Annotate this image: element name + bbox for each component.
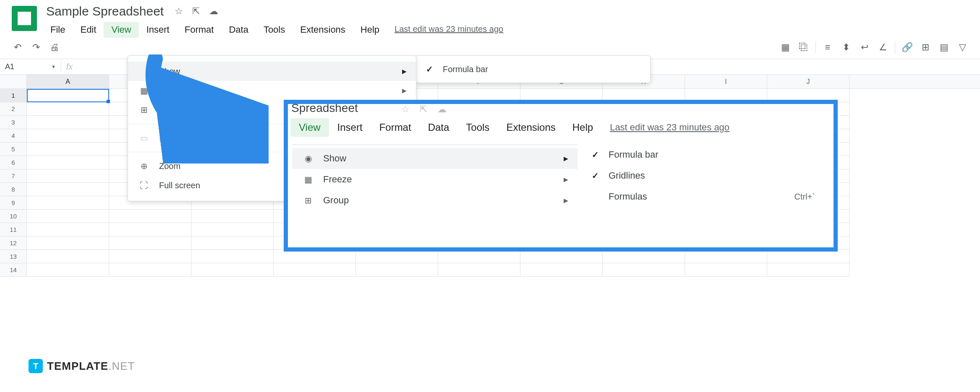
menu-file[interactable]: File: [43, 22, 73, 38]
rotate-icon[interactable]: ∠: [874, 39, 892, 56]
menu-help[interactable]: Help: [353, 22, 387, 38]
cell-B10[interactable]: [109, 210, 191, 223]
menu-format[interactable]: Format: [177, 22, 222, 38]
cell-A4[interactable]: [27, 129, 109, 143]
move-icon[interactable]: ⇱: [192, 6, 200, 17]
row-header-2[interactable]: 2: [0, 102, 27, 116]
callout-show-formulas[interactable]: Formulas Ctrl+`: [582, 186, 825, 207]
cell-A11[interactable]: [27, 223, 109, 236]
cell-D14[interactable]: [274, 263, 356, 277]
cell-H14[interactable]: [603, 263, 685, 277]
star-icon[interactable]: ☆: [175, 6, 183, 17]
chevron-down-icon[interactable]: ▼: [51, 64, 56, 69]
callout-show-gridlines[interactable]: ✓ Gridlines: [582, 165, 825, 186]
name-box[interactable]: A1 ▼: [0, 62, 61, 71]
callout-menu-help[interactable]: Help: [564, 118, 601, 137]
row-header-8[interactable]: 8: [0, 183, 27, 196]
col-header-A[interactable]: A: [27, 75, 109, 88]
row-header-10[interactable]: 10: [0, 210, 27, 223]
callout-last-edit[interactable]: Last edit was 23 minutes ago: [601, 119, 738, 136]
redo-icon[interactable]: ↷: [27, 39, 45, 56]
row-header-3[interactable]: 3: [0, 116, 27, 129]
link-icon[interactable]: 🔗: [898, 39, 916, 56]
show-formula-bar-item[interactable]: ✓ Formula bar: [416, 60, 650, 78]
row-header-12[interactable]: 12: [0, 236, 27, 250]
menu-data[interactable]: Data: [221, 22, 256, 38]
cell-A14[interactable]: [27, 263, 109, 277]
cell-J13[interactable]: [767, 250, 849, 263]
doc-title[interactable]: Sample Spreadsheet: [43, 3, 167, 19]
cell-E13[interactable]: [356, 250, 438, 263]
print-icon[interactable]: 🖨: [45, 39, 64, 56]
cell-A3[interactable]: [27, 116, 109, 129]
undo-icon[interactable]: ↶: [8, 39, 27, 56]
row-header-14[interactable]: 14: [0, 263, 27, 277]
cell-A7[interactable]: [27, 169, 109, 183]
cell-A13[interactable]: [27, 250, 109, 263]
callout-menu-extensions[interactable]: Extensions: [498, 118, 564, 137]
callout-view-freeze[interactable]: ▦ Freeze ▶: [292, 169, 578, 190]
cell-B14[interactable]: [109, 263, 191, 277]
cell-D13[interactable]: [274, 250, 356, 263]
cloud-icon[interactable]: ☁: [209, 6, 218, 17]
valign-icon[interactable]: ⬍: [837, 39, 855, 56]
cell-C12[interactable]: [191, 236, 274, 250]
borders-icon[interactable]: ▦: [776, 39, 794, 56]
merge-icon[interactable]: ⿻: [794, 39, 813, 56]
cell-H13[interactable]: [603, 250, 685, 263]
row-header-13[interactable]: 13: [0, 250, 27, 263]
callout-show-formula-bar[interactable]: ✓ Formula bar: [582, 144, 825, 165]
cell-G14[interactable]: [520, 263, 603, 277]
cell-F13[interactable]: [438, 250, 520, 263]
cell-G13[interactable]: [520, 250, 603, 263]
cell-C13[interactable]: [191, 250, 274, 263]
menu-insert[interactable]: Insert: [139, 22, 177, 38]
cell-I14[interactable]: [685, 263, 767, 277]
cell-A6[interactable]: [27, 156, 109, 169]
row-header-7[interactable]: 7: [0, 169, 27, 183]
callout-view-show[interactable]: ◉ Show ▶: [292, 148, 578, 169]
cell-A9[interactable]: [27, 196, 109, 210]
cell-A2[interactable]: [27, 102, 109, 116]
cell-I13[interactable]: [685, 250, 767, 263]
menu-edit[interactable]: Edit: [73, 22, 104, 38]
cell-C11[interactable]: [191, 223, 274, 236]
cell-F14[interactable]: [438, 263, 520, 277]
callout-menu-insert[interactable]: Insert: [329, 118, 371, 137]
menu-extensions[interactable]: Extensions: [293, 22, 353, 38]
row-header-6[interactable]: 6: [0, 156, 27, 169]
cell-A1[interactable]: [27, 89, 109, 102]
callout-menu-view[interactable]: View: [290, 118, 329, 137]
row-header-11[interactable]: 11: [0, 223, 27, 236]
cell-E14[interactable]: [356, 263, 438, 277]
menu-tools[interactable]: Tools: [256, 22, 293, 38]
halign-icon[interactable]: ≡: [818, 39, 837, 56]
cell-A5[interactable]: [27, 143, 109, 156]
filter-icon[interactable]: ▽: [953, 39, 972, 56]
menu-view[interactable]: View: [104, 22, 139, 38]
callout-view-group[interactable]: ⊞ Group ▶: [292, 190, 578, 211]
row-header-1[interactable]: 1: [0, 89, 27, 102]
callout-menu-tools[interactable]: Tools: [457, 118, 498, 137]
cell-A10[interactable]: [27, 210, 109, 223]
cell-C10[interactable]: [191, 210, 274, 223]
col-header-I[interactable]: I: [685, 75, 767, 88]
cell-B13[interactable]: [109, 250, 191, 263]
row-header-5[interactable]: 5: [0, 143, 27, 156]
last-edit-link[interactable]: Last edit was 23 minutes ago: [387, 22, 511, 38]
cell-A12[interactable]: [27, 236, 109, 250]
cell-B12[interactable]: [109, 236, 191, 250]
comment-icon[interactable]: ⊞: [916, 39, 935, 56]
wrap-icon[interactable]: ↩: [855, 39, 874, 56]
callout-menu-data[interactable]: Data: [420, 118, 458, 137]
callout-menu-format[interactable]: Format: [371, 118, 420, 137]
cell-C14[interactable]: [191, 263, 274, 277]
chart-icon[interactable]: ▤: [935, 39, 953, 56]
select-all-corner[interactable]: [0, 75, 27, 88]
cell-B11[interactable]: [109, 223, 191, 236]
col-header-J[interactable]: J: [767, 75, 849, 88]
cell-J14[interactable]: [767, 263, 849, 277]
row-header-4[interactable]: 4: [0, 129, 27, 143]
row-header-9[interactable]: 9: [0, 196, 27, 210]
cell-A8[interactable]: [27, 183, 109, 196]
